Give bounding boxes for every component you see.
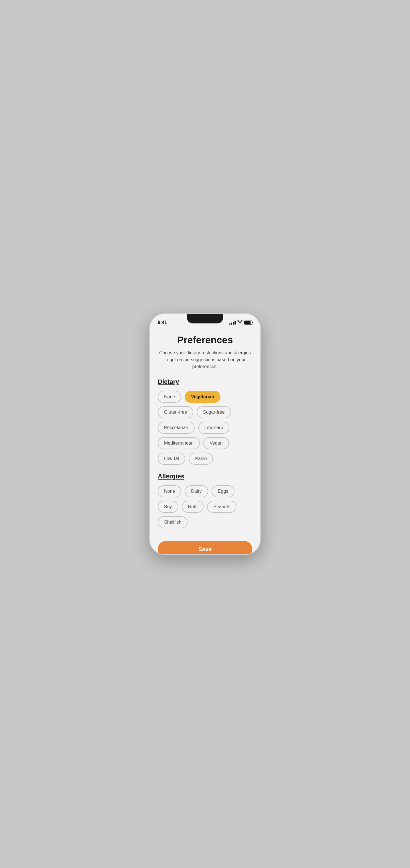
dietary-chips-container: NoneVegetarianGluten-freeSugar-freePesce… [158, 391, 252, 465]
dietary-chip-sugar-free[interactable]: Sugar-free [197, 406, 231, 418]
allergy-chip-soy[interactable]: Soy [158, 501, 178, 513]
spacer [158, 536, 252, 541]
dietary-chip-paleo[interactable]: Paleo [189, 453, 213, 465]
allergy-chip-dairy[interactable]: Dairy [185, 485, 208, 497]
wifi-icon [238, 320, 243, 325]
page-subtitle: Choose your dietary restrictions and all… [158, 349, 252, 370]
dietary-chip-mediterranean[interactable]: Mediterranean [158, 437, 200, 449]
allergies-section-title: Allergies [158, 473, 252, 480]
allergies-chips-container: NoneDairyEggsSoyNutsPeanutsShellfish [158, 485, 252, 528]
status-time: 9:41 [158, 320, 167, 325]
dietary-chip-low-carb[interactable]: Low-carb [198, 422, 230, 434]
status-icons [229, 320, 252, 325]
save-button[interactable]: Save [158, 541, 252, 554]
allergy-chip-shellfish[interactable]: Shellfish [158, 516, 188, 528]
allergy-chip-nuts[interactable]: Nuts [182, 501, 204, 513]
dietary-chip-none[interactable]: None [158, 391, 181, 403]
dietary-chip-low-fat[interactable]: Low-fat [158, 453, 185, 465]
allergy-chip-eggs[interactable]: Eggs [212, 485, 234, 497]
dietary-section-title: Dietary [158, 378, 252, 385]
phone-frame: 9:41 Preferences Choose [149, 313, 261, 555]
page-title: Preferences [158, 334, 252, 345]
main-content: Preferences Choose your dietary restrict… [150, 328, 260, 554]
battery-icon [244, 320, 252, 324]
dietary-chip-gluten-free[interactable]: Gluten-free [158, 406, 193, 418]
allergy-chip-peanuts[interactable]: Peanuts [207, 501, 236, 513]
signal-icon [229, 321, 235, 324]
dietary-chip-pescetarian[interactable]: Pescetarian [158, 422, 195, 434]
dietary-chip-vegan[interactable]: Vegan [203, 437, 229, 449]
dietary-chip-vegetarian[interactable]: Vegetarian [185, 391, 220, 403]
allergy-chip-none[interactable]: None [158, 485, 181, 497]
notch [187, 314, 223, 323]
